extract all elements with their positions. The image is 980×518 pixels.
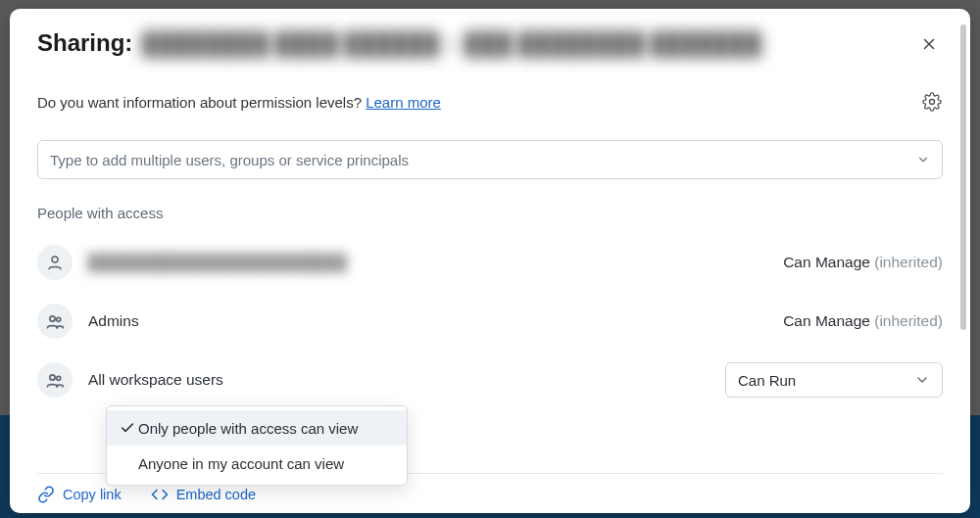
visibility-option-only-people[interactable]: Only people with access can view [107, 410, 407, 446]
avatar [37, 362, 73, 398]
check-icon [120, 420, 135, 436]
embed-code-button[interactable]: Embed code [151, 486, 256, 503]
chevron-down-icon [914, 372, 930, 388]
visibility-option-anyone[interactable]: Anyone in my account can view [107, 446, 407, 481]
modal-header: Sharing: ████████ ████ ██████ – ███ ████… [37, 28, 943, 58]
close-icon [920, 35, 938, 53]
permission-static: Can Manage (inherited) [783, 254, 943, 271]
avatar [37, 245, 73, 280]
permission-static: Can Manage (inherited) [783, 312, 943, 330]
svg-point-4 [50, 375, 55, 380]
people-with-access-label: People with access [37, 205, 943, 221]
visibility-option-label: Anyone in my account can view [138, 455, 344, 472]
add-people-placeholder: Type to add multiple users, groups or se… [50, 152, 409, 168]
group-name: Admins [88, 312, 783, 330]
modal-subject-redacted: ████████ ████ ██████ – ███ ████████ ████… [142, 31, 761, 57]
access-row: All workspace users Can Run [37, 362, 943, 398]
permission-label: Can Manage [783, 312, 870, 329]
group-icon [45, 370, 65, 390]
permission-select-value: Can Run [738, 372, 796, 389]
gear-icon [922, 92, 942, 112]
person-name-redacted: ████████████████████████ [88, 254, 783, 271]
learn-more-link[interactable]: Learn more [366, 94, 441, 111]
svg-point-2 [50, 316, 55, 321]
visibility-option-label: Only people with access can view [138, 420, 358, 437]
permission-inherited: (inherited) [874, 312, 943, 329]
permission-inherited: (inherited) [874, 254, 943, 270]
group-icon [45, 311, 65, 331]
copy-link-label: Copy link [63, 487, 122, 502]
modal-title: Sharing: [37, 29, 132, 57]
sharing-modal: Sharing: ████████ ████ ██████ – ███ ████… [10, 9, 970, 513]
add-people-input[interactable]: Type to add multiple users, groups or se… [37, 140, 943, 179]
embed-code-label: Embed code [176, 487, 256, 502]
permission-select[interactable]: Can Run [725, 362, 943, 398]
code-icon [151, 486, 169, 503]
copy-link-button[interactable]: Copy link [37, 486, 122, 503]
scrollbar-thumb[interactable] [960, 24, 966, 330]
person-icon [46, 254, 64, 271]
svg-point-3 [57, 317, 61, 321]
link-icon [37, 486, 55, 503]
info-text: Do you want information about permission… [37, 94, 366, 111]
group-name: All workspace users [88, 371, 725, 389]
access-row: Admins Can Manage (inherited) [37, 304, 943, 339]
permission-label: Can Manage [783, 254, 870, 270]
access-row: ████████████████████████ Can Manage (inh… [37, 245, 943, 280]
chevron-down-icon [916, 153, 930, 166]
info-row: Do you want information about permission… [37, 91, 943, 113]
avatar [37, 304, 73, 339]
visibility-dropdown: Only people with access can view Anyone … [106, 405, 408, 486]
close-button[interactable] [915, 30, 943, 58]
svg-point-5 [57, 376, 61, 380]
svg-point-1 [52, 257, 58, 262]
svg-point-0 [930, 100, 935, 105]
settings-button[interactable] [921, 91, 943, 113]
